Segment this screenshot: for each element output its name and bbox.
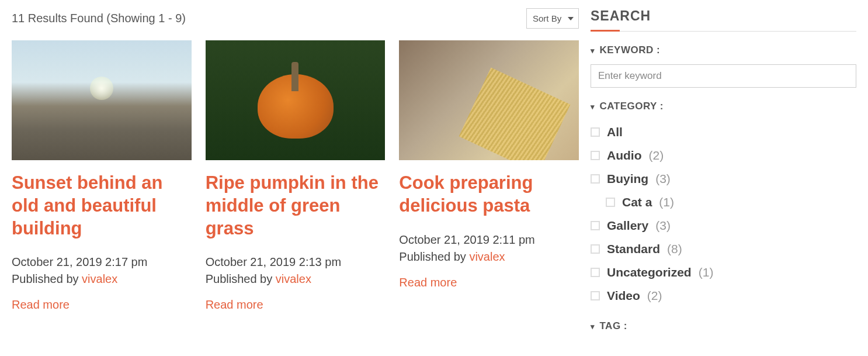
category-item-all[interactable]: All: [591, 120, 856, 144]
tag-label: TAG :: [600, 320, 628, 332]
chevron-down-icon: ▾: [591, 322, 595, 331]
chevron-down-icon: ▾: [591, 46, 595, 55]
category-toggle[interactable]: ▾ CATEGORY :: [591, 101, 856, 112]
sidebar-title: SEARCH: [591, 8, 856, 32]
post-title[interactable]: Ripe pumpkin in the middle of green gras…: [206, 172, 386, 240]
post-card: Ripe pumpkin in the middle of green gras…: [206, 40, 386, 312]
results-header: 11 Results Found (Showing 1 - 9) Sort By: [12, 8, 579, 29]
category-item-gallery[interactable]: Gallery (3): [591, 214, 856, 237]
category-item-standard[interactable]: Standard (8): [591, 237, 856, 261]
keyword-label: KEYWORD :: [600, 44, 661, 56]
post-author-link[interactable]: vivalex: [276, 272, 311, 285]
checkbox-icon[interactable]: [591, 221, 600, 230]
results-count: 11 Results Found (Showing 1 - 9): [12, 12, 186, 25]
keyword-filter: ▾ KEYWORD :: [591, 44, 856, 88]
checkbox-icon[interactable]: [591, 127, 600, 137]
post-meta: October 21, 2019 2:17 pm Published by vi…: [12, 254, 192, 288]
category-label: CATEGORY :: [600, 101, 664, 112]
checkbox-icon[interactable]: [591, 151, 600, 160]
post-author-link[interactable]: vivalex: [82, 272, 117, 285]
post-image[interactable]: [206, 40, 386, 160]
chevron-down-icon: ▾: [591, 102, 595, 111]
checkbox-icon[interactable]: [591, 244, 600, 254]
category-list: All Audio (2) Buying (3) Cat a (1): [591, 120, 856, 307]
category-item-audio[interactable]: Audio (2): [591, 144, 856, 167]
keyword-toggle[interactable]: ▾ KEYWORD :: [591, 44, 856, 56]
category-filter: ▾ CATEGORY : All Audio (2) Buying (3): [591, 101, 856, 307]
post-title[interactable]: Cook preparing delicious pasta: [399, 172, 579, 217]
category-item-cat-a[interactable]: Cat a (1): [591, 191, 856, 214]
category-item-buying[interactable]: Buying (3): [591, 167, 856, 191]
post-title[interactable]: Sunset behind an old and beautiful build…: [12, 172, 192, 240]
checkbox-icon[interactable]: [591, 268, 600, 277]
checkbox-icon[interactable]: [591, 291, 600, 300]
checkbox-icon[interactable]: [606, 198, 615, 207]
cards-grid: Sunset behind an old and beautiful build…: [12, 40, 579, 312]
post-author-link[interactable]: vivalex: [469, 250, 505, 263]
search-sidebar: SEARCH ▾ KEYWORD : ▾ CATEGORY : All: [591, 8, 856, 345]
post-meta: October 21, 2019 2:13 pm Published by vi…: [206, 254, 386, 288]
keyword-input[interactable]: [591, 64, 856, 88]
post-card: Sunset behind an old and beautiful build…: [12, 40, 192, 312]
read-more-link[interactable]: Read more: [12, 298, 70, 312]
read-more-link[interactable]: Read more: [399, 276, 457, 289]
post-card: Cook preparing delicious pasta October 2…: [399, 40, 579, 312]
tag-toggle[interactable]: ▾ TAG :: [591, 320, 856, 332]
post-image[interactable]: [12, 40, 192, 160]
main-content: 11 Results Found (Showing 1 - 9) Sort By…: [12, 8, 579, 345]
category-item-video[interactable]: Video (2): [591, 284, 856, 307]
category-item-uncategorized[interactable]: Uncategorized (1): [591, 261, 856, 284]
checkbox-icon[interactable]: [591, 174, 600, 184]
post-image[interactable]: [399, 40, 579, 160]
read-more-link[interactable]: Read more: [206, 298, 263, 312]
post-meta: October 21, 2019 2:11 pm Published by vi…: [399, 231, 579, 265]
sort-by-select[interactable]: Sort By: [526, 8, 579, 29]
tag-filter: ▾ TAG :: [591, 320, 856, 332]
